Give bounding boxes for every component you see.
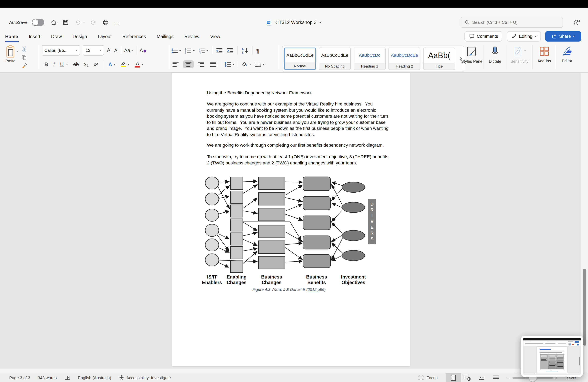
share-icon [552,34,557,39]
align-center-button[interactable] [183,60,194,68]
subscript-button[interactable]: x₂ [84,61,88,67]
numbering-button[interactable]: 123 [185,48,195,54]
style-heading-2[interactable]: AaBbCcDdEe Heading 2 [388,48,420,70]
editing-mode-button[interactable]: Editing [507,31,541,41]
isit-enabler-nodes [205,177,219,266]
tab-layout[interactable]: Layout [92,30,117,43]
pilcrow-button[interactable]: ¶ [256,47,259,54]
mini-page [537,347,567,373]
web-layout-view-button[interactable] [463,373,471,382]
font-name-combo[interactable]: Calibri (Bo... [42,45,80,56]
screen-share-preview-window[interactable] [521,336,583,377]
document-title-group[interactable]: W KIT312 Workshop 3 [267,19,321,26]
home-icon[interactable] [50,19,57,26]
change-case-button[interactable]: Aa [124,48,134,53]
bullets-button[interactable] [171,48,181,54]
proofing-icon[interactable] [64,375,70,381]
dictate-button[interactable]: Dictate [484,43,506,72]
editor-pencil-icon [561,46,573,57]
style-heading-1[interactable]: AaBbCcDc Heading 1 [354,48,386,70]
font-size-combo[interactable]: 12 [83,45,104,56]
paste-button[interactable]: Paste [5,45,16,63]
format-painter-icon[interactable] [21,63,27,69]
ribbon-tabs-row: Home Insert Draw Design Layout Reference… [0,30,588,43]
pencil-icon [511,34,517,39]
presence-people-icon[interactable] [573,18,581,26]
styles-pane-button[interactable]: Styles Pane [460,43,483,72]
mini-ribbon [524,341,581,346]
styles-gallery: AaBbCcDdEe Normal AaBbCcDdEe No Spacing … [282,43,459,72]
outline-view-button[interactable] [478,373,485,382]
autosave-toggle[interactable] [32,19,44,26]
strikethrough-button[interactable]: ab [73,61,79,67]
line-spacing-button[interactable] [224,61,235,67]
quick-access-toolbar: AutoSave … W KIT312 Workshop 3 [0,14,588,30]
drivers-label-box: DR IV ER S [368,199,376,244]
sensitivity-button[interactable]: Sensitivity [506,43,532,72]
paragraph-3: To start with, try to come up with at le… [207,154,391,166]
underline-button[interactable]: U [60,61,63,67]
vertical-scrollbar-thumb[interactable] [583,269,587,346]
style-title[interactable]: AaBb( Title [423,48,455,70]
tab-references[interactable]: References [117,30,151,43]
align-right-button[interactable] [197,60,206,68]
multilevel-list-button[interactable]: 1ai [198,48,209,54]
svg-text:Z: Z [242,51,243,54]
italic-button[interactable]: I [53,61,55,67]
bold-button[interactable]: B [44,61,48,67]
underline-chevron-icon[interactable] [66,64,68,65]
more-commands-icon[interactable]: … [114,21,120,23]
page-indicator[interactable]: Page 3 of 3 [9,375,30,380]
increase-indent-button[interactable] [227,48,234,54]
decrease-indent-button[interactable] [216,48,223,54]
tab-mailings[interactable]: Mailings [151,30,179,43]
print-icon[interactable] [102,19,109,26]
tab-insert[interactable]: Insert [23,30,46,43]
tab-home[interactable]: Home [5,30,23,43]
share-button[interactable]: Share [545,31,581,41]
diagram-svg: IS/ITEnablers EnablingChanges BusinessCh… [200,174,378,286]
tab-review[interactable]: Review [179,30,205,43]
draft-view-button[interactable] [492,373,499,382]
benefits-dependency-network-diagram[interactable]: IS/ITEnablers EnablingChanges BusinessCh… [200,174,378,286]
borders-button[interactable] [254,61,264,67]
font-color-button[interactable]: A [135,61,144,68]
zoom-out-button[interactable]: − [506,373,510,382]
word-count[interactable]: 343 words [38,375,57,380]
save-icon[interactable] [62,19,69,26]
caption-citation-link[interactable]: 2012:p [308,287,320,292]
style-normal[interactable]: AaBbCcDdEe Normal [284,48,316,70]
grow-font-button[interactable]: Aˆ [107,47,111,54]
search-bar[interactable] [461,17,563,28]
editor-button[interactable]: Editor [556,43,578,72]
comments-button[interactable]: Comments [464,31,503,41]
focus-button[interactable]: Focus [418,373,438,382]
sort-button[interactable]: AZ [241,48,249,54]
cut-icon[interactable] [21,46,27,52]
style-no-spacing[interactable]: AaBbCcDdEe No Spacing [319,48,351,70]
add-ins-button[interactable]: Add-ins [533,43,556,72]
text-effects-button[interactable]: A [108,61,116,67]
tab-design[interactable]: Design [67,30,92,43]
search-input[interactable] [472,20,559,25]
accessibility-status[interactable]: Accessibility: Investigate [119,375,171,381]
justify-button[interactable] [209,60,218,68]
paragraph-group: 123 1ai AZ ¶ [171,43,273,72]
superscript-button[interactable]: x² [94,61,98,67]
document-page[interactable]: Using the Benefits Dependency Network Fr… [172,73,410,366]
copy-icon[interactable] [21,54,27,60]
shrink-font-button[interactable]: Aˇ [114,48,118,53]
title-chevron-down-icon[interactable] [319,22,321,23]
document-heading: Using the Benefits Dependency Network Fr… [207,90,312,96]
align-left-button[interactable] [171,60,180,68]
paste-chevron-down-icon[interactable] [17,51,19,52]
highlight-button[interactable] [121,61,130,67]
tab-view[interactable]: View [205,30,225,43]
clear-formatting-button[interactable]: A [140,48,146,53]
shading-button[interactable] [241,61,251,67]
svg-text:Investment: Investment [341,274,366,280]
language-indicator[interactable]: English (Australia) [78,375,111,380]
tab-draw[interactable]: Draw [46,30,67,43]
group-divider [279,45,279,69]
print-layout-view-button[interactable] [446,373,461,382]
